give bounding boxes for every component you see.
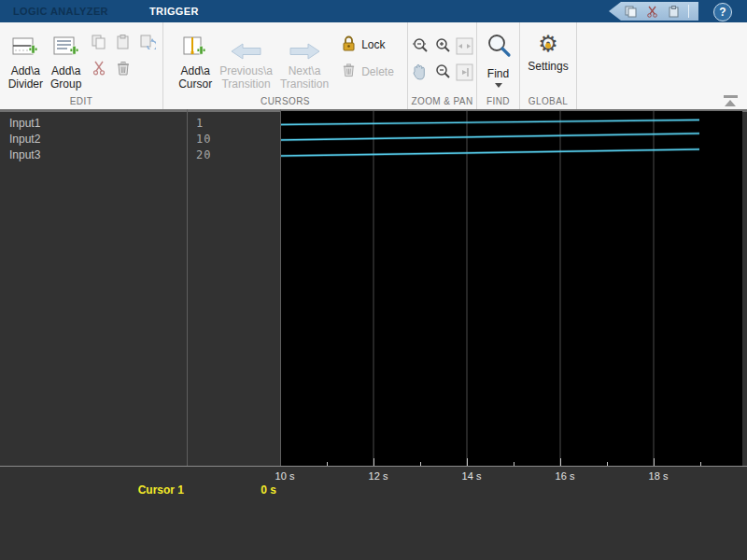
waveform-plot-area[interactable]: [280, 111, 742, 467]
section-label-cursors: CURSORS: [163, 96, 407, 106]
cursor-time-value[interactable]: 0 s: [187, 483, 276, 497]
copy-icon[interactable]: [624, 5, 637, 18]
channel-value: 10: [196, 132, 211, 147]
time-axis-footer: 10 s12 s14 s16 s18 s Cursor 1 0 s: [0, 467, 747, 560]
delete-rows-button[interactable]: [115, 60, 132, 77]
section-edit: Add\aDivider Add\aGroup: [0, 22, 163, 109]
collapse-bar-icon: [724, 95, 738, 98]
signal-trace[interactable]: [280, 120, 699, 125]
axis-tick-label: 16 s: [556, 470, 575, 482]
copy-button[interactable]: [91, 34, 107, 50]
signal-trace[interactable]: [280, 149, 699, 156]
axis-tick-label: 18 s: [649, 470, 669, 482]
axis-tick-label: 14 s: [462, 470, 482, 482]
find-magnifier-icon: [485, 32, 513, 63]
section-cursors: Add\aCursor Previous\aTransition Next\aT…: [163, 22, 408, 109]
cursor-name-label[interactable]: Cursor 1: [0, 483, 184, 497]
axis-tick-label: 12 s: [369, 470, 388, 482]
settings-button[interactable]: ⚙ Settings: [528, 32, 568, 73]
ribbon-toolbar: Add\aDivider Add\aGroup: [0, 22, 747, 109]
section-zoom-pan: ZOOM & PAN: [408, 22, 477, 109]
delete-cursor-button[interactable]: Delete: [342, 63, 394, 80]
gear-icon: ⚙: [538, 32, 558, 56]
fit-to-view-button[interactable]: [455, 34, 475, 58]
add-cursor-button[interactable]: Add\aCursor: [176, 28, 214, 92]
add-group-button[interactable]: Add\aGroup: [49, 28, 83, 92]
add-group-icon: [52, 30, 80, 62]
lock-button[interactable]: Lock: [342, 35, 394, 54]
previous-transition-button[interactable]: Previous\aTransition: [218, 28, 275, 92]
paste-button[interactable]: [115, 34, 132, 50]
cut-button[interactable]: [91, 60, 107, 77]
channel-name[interactable]: Input1: [9, 116, 40, 132]
add-divider-button[interactable]: Add\aDivider: [7, 28, 45, 92]
section-label-zoom-pan: ZOOM & PAN: [408, 96, 476, 106]
snap-to-cursor-button[interactable]: [455, 60, 475, 84]
logic-analyzer-window: LOGIC ANALYZER TRIGGER ? Add\: [0, 0, 747, 560]
next-transition-button[interactable]: Next\aTransition: [278, 28, 331, 92]
signal-trace[interactable]: [280, 133, 699, 140]
cut-icon[interactable]: [645, 5, 658, 18]
section-label-find: FIND: [477, 96, 519, 106]
collapse-ribbon-button[interactable]: [721, 95, 740, 107]
tab-logic-analyzer[interactable]: LOGIC ANALYZER: [0, 0, 121, 22]
section-label-edit: EDIT: [0, 96, 162, 106]
section-global: ⚙ Settings GLOBAL: [520, 22, 577, 109]
quick-access-toolbar: [609, 2, 698, 21]
find-dropdown-caret-icon: [495, 83, 502, 88]
help-button[interactable]: ?: [713, 3, 732, 21]
tab-trigger[interactable]: TRIGGER: [136, 0, 212, 22]
zoom-in-button[interactable]: [432, 34, 453, 58]
collapse-triangle-icon: [725, 100, 736, 106]
trash-icon: [342, 63, 356, 80]
zoom-out-button[interactable]: [432, 60, 453, 84]
arrow-left-icon: [230, 30, 263, 62]
channel-value: 20: [196, 147, 211, 163]
add-cursor-icon: [181, 30, 209, 62]
channel-name[interactable]: Input2: [9, 132, 40, 147]
axis-tick-label: 10 s: [275, 470, 295, 482]
section-label-global: GLOBAL: [520, 96, 576, 106]
find-button[interactable]: Find: [485, 32, 513, 88]
pan-button[interactable]: [410, 60, 430, 84]
zoom-in-time-button[interactable]: [410, 34, 430, 58]
lock-icon: [342, 35, 356, 54]
section-find: Find FIND: [477, 22, 520, 109]
qat-separator: [688, 5, 689, 18]
add-divider-icon: [11, 30, 39, 62]
tab-bar: LOGIC ANALYZER TRIGGER ?: [0, 0, 747, 22]
paste-icon[interactable]: [667, 5, 680, 18]
duplicate-button[interactable]: [139, 34, 156, 50]
channel-value: 1: [196, 116, 204, 132]
channel-name[interactable]: Input3: [9, 147, 40, 163]
arrow-right-icon: [288, 30, 321, 62]
